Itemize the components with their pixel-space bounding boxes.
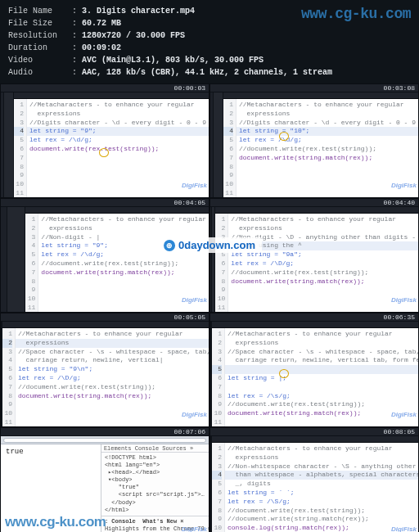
editor-tabbar[interactable] [223, 92, 418, 99]
timestamp: 00:04:40 [384, 199, 415, 206]
code-editor[interactable]: 123456789101112//Metacharacters - to enh… [215, 214, 418, 313]
pane-brand: DigiFisk [182, 296, 207, 304]
editor-tabbar[interactable] [2, 322, 210, 328]
devtools-tabs[interactable]: Elements Console Sources » [101, 444, 209, 453]
code-editor[interactable]: 123456789101112//Metacharacters - to enh… [2, 328, 210, 427]
code-editor[interactable]: 123456789101112//Metacharacters - to enh… [212, 328, 419, 427]
pane-brand: DigiFisk [182, 525, 207, 532]
meta-row: Resolution : 1280x720 / 30.000 FPS [8, 29, 411, 42]
timestamp: 00:04:05 [174, 199, 205, 206]
devtools-panel[interactable]: Elements Console Sources »<!DOCTYPE html… [101, 444, 209, 532]
globe-icon: ⊕ [164, 240, 175, 251]
timestamp: 00:07:06 [174, 428, 205, 435]
watermark-bottom: www.cg-ku.com [5, 514, 106, 530]
metadata-header: www.cg-ku.com File Name : 3. Digits char… [0, 0, 419, 83]
frame-pane: 00:00:03123456789101112//Metacharacters … [0, 83, 210, 198]
sidebar[interactable] [214, 92, 223, 198]
meta-row: Audio : AAC, 128 kb/s (CBR), 44.1 kHz, 2… [8, 66, 411, 79]
frame-pane: 00:06:35123456789101112//Metacharacters … [210, 313, 419, 427]
address-bar[interactable] [3, 438, 206, 443]
pane-brand: DigiFisk [182, 182, 207, 189]
pane-brand: DigiFisk [391, 296, 417, 304]
frame-pane: 00:03:08123456789101112//Metacharacters … [210, 83, 419, 198]
frame-pane: 00:04:40123456789101112//Metacharacters … [210, 198, 419, 313]
watermark-top: www.cg-ku.com [301, 3, 411, 25]
browser-toolbar[interactable] [1, 436, 209, 444]
devtools-elements[interactable]: <!DOCTYPE html> <html lang="en"> ▸<head>… [101, 453, 209, 516]
pane-brand: DigiFisk [391, 525, 417, 532]
code-editor[interactable]: 123456789101112//Metacharacters - to enh… [14, 99, 209, 198]
editor-tabbar[interactable] [25, 207, 209, 214]
meta-row: Duration : 00:09:02 [8, 42, 411, 54]
frame-grid: 00:00:03123456789101112//Metacharacters … [0, 83, 419, 532]
frame-pane: 00:04:05123456789101112//Metacharacters … [0, 198, 210, 313]
timestamp: 00:05:05 [174, 313, 205, 321]
editor-tabbar[interactable] [212, 322, 419, 328]
editor-tabbar[interactable] [212, 436, 419, 443]
editor-tabbar[interactable] [14, 92, 209, 99]
editor-tabbar[interactable] [215, 207, 418, 214]
timestamp: 00:00:03 [174, 84, 205, 92]
meta-row: Video : AVC (Main@L3.1), 803 kb/s, 30.00… [8, 54, 411, 66]
pane-brand: DigiFisk [182, 411, 207, 418]
activity-bar[interactable] [1, 207, 7, 313]
frame-pane: 00:05:05123456789101112//Metacharacters … [0, 313, 210, 427]
code-editor[interactable]: 123456789101112//Metacharacters - to enh… [223, 99, 418, 198]
timestamp: 00:08:05 [384, 428, 415, 435]
sidebar[interactable] [4, 92, 14, 198]
code-editor[interactable]: 123456789101112//Metacharacters - to enh… [212, 443, 419, 532]
timestamp: 00:06:35 [384, 313, 415, 321]
frame-pane: 00:08:05123456789101112//Metacharacters … [210, 427, 419, 532]
timestamp: 00:03:08 [384, 84, 415, 92]
pane-brand: DigiFisk [391, 411, 417, 418]
watermark-center: ⊕ 0daydown.com [157, 237, 262, 253]
sidebar[interactable] [7, 207, 26, 313]
pane-brand: DigiFisk [391, 182, 417, 189]
